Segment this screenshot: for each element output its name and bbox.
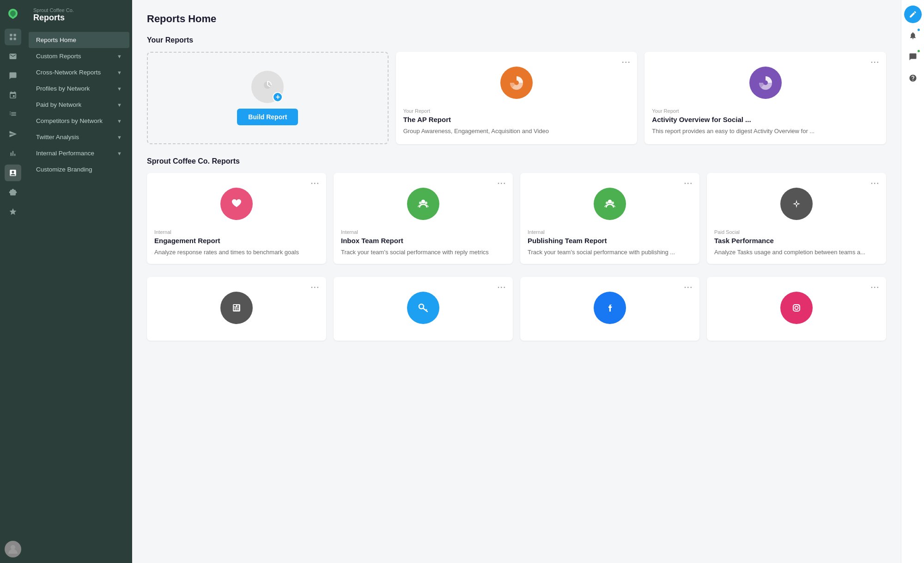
inbox-team-desc: Track your team's social performance wit… xyxy=(341,248,505,257)
publishing-team-desc: Track your team's social performance wit… xyxy=(528,248,692,257)
publishing-team-icon-circle xyxy=(594,188,626,220)
your-report-card-1[interactable]: ··· Your Report The AP Report Group Awar… xyxy=(396,52,638,144)
user-avatar[interactable] xyxy=(5,541,21,557)
card-more-menu-8[interactable]: ··· xyxy=(498,283,506,292)
sidebar-item-paid-by-network[interactable]: Paid by Network ▼ xyxy=(29,97,129,113)
page-title: Reports Home xyxy=(147,13,886,25)
sidebar-item-competitors-by-network[interactable]: Competitors by Network ▼ xyxy=(29,113,129,129)
report-desc-1: Group Awareness, Engagement, Acquisition… xyxy=(403,127,630,135)
svg-point-17 xyxy=(606,202,608,204)
publishing-team-name: Publishing Team Report xyxy=(528,237,692,245)
engagement-report-card[interactable]: ··· Internal Engagement Report Analyze r… xyxy=(147,173,326,264)
report-label-2: Your Report xyxy=(652,108,879,114)
publishing-team-report-card[interactable]: ··· Internal Publishing Team Report Trac… xyxy=(520,173,699,264)
inbox-team-report-card[interactable]: ··· Internal Inbox Team Report Track you… xyxy=(334,173,513,264)
card-more-menu-6[interactable]: ··· xyxy=(871,179,880,188)
nav-analytics-icon[interactable] xyxy=(5,145,21,162)
nav-compose-icon[interactable] xyxy=(5,29,21,45)
nav-star-icon[interactable] xyxy=(5,203,21,220)
svg-rect-1 xyxy=(14,34,16,36)
report-icon-circle-2 xyxy=(749,67,782,99)
svg-rect-29 xyxy=(237,309,239,311)
card-more-menu-2[interactable]: ··· xyxy=(871,58,880,67)
sprout-logo-icon[interactable] xyxy=(5,6,21,22)
feedback-badge xyxy=(917,49,921,53)
report-name-2: Activity Overview for Social ... xyxy=(652,116,879,123)
company-report-card-5[interactable]: ··· xyxy=(147,277,326,341)
publishing-team-label: Internal xyxy=(528,229,692,235)
report-desc-2: This report provides an easy to digest A… xyxy=(652,127,879,135)
card-more-menu-4[interactable]: ··· xyxy=(498,179,506,188)
compose-button[interactable] xyxy=(904,6,922,23)
inbox-team-name: Inbox Team Report xyxy=(341,237,505,245)
sidebar-item-internal-performance[interactable]: Internal Performance ▼ xyxy=(29,145,129,161)
company-report-card-7[interactable]: ··· xyxy=(520,277,699,341)
inbox-team-label: Internal xyxy=(341,229,505,235)
svg-point-34 xyxy=(788,300,805,316)
card-more-menu-3[interactable]: ··· xyxy=(311,179,320,188)
feedback-button[interactable] xyxy=(904,48,922,66)
sidebar-item-label: Competitors by Network xyxy=(36,117,103,124)
svg-point-20 xyxy=(796,203,797,205)
nav-reports-icon[interactable] xyxy=(5,165,21,181)
build-report-icon: + xyxy=(251,71,284,103)
company-report-card-8[interactable]: ··· xyxy=(707,277,886,341)
company-reports-section-title: Sprout Coffee Co. Reports xyxy=(147,157,886,165)
task-performance-name: Task Performance xyxy=(714,237,879,245)
nav-send-icon[interactable] xyxy=(5,126,21,142)
company-reports-grid-2: ··· ··· xyxy=(147,277,886,341)
inbox-team-icon-circle xyxy=(407,188,439,220)
card-more-menu-5[interactable]: ··· xyxy=(684,179,693,188)
sidebar-item-customize-branding[interactable]: Customize Branding xyxy=(29,161,129,177)
sidebar-item-cross-network[interactable]: Cross-Network Reports ▼ xyxy=(29,64,129,80)
build-report-card[interactable]: + Build Report xyxy=(147,52,389,144)
instagram-icon-circle xyxy=(780,292,813,324)
svg-rect-0 xyxy=(10,34,12,36)
your-report-card-2[interactable]: ··· Your Report Activity Overview for So… xyxy=(644,52,886,144)
nav-inbox-icon[interactable] xyxy=(5,48,21,65)
key-icon-circle xyxy=(407,292,439,324)
your-reports-grid: + Build Report ··· Your Report The AP Re… xyxy=(147,52,886,144)
engagement-name: Engagement Report xyxy=(154,237,319,245)
sidebar-brand: Sprout Coffee Co. Reports xyxy=(26,7,132,32)
svg-point-18 xyxy=(611,202,614,204)
engagement-label: Internal xyxy=(154,229,319,235)
nav-messages-icon[interactable] xyxy=(5,67,21,84)
nav-bot-icon[interactable] xyxy=(5,184,21,201)
card-more-menu-7[interactable]: ··· xyxy=(311,283,320,292)
sidebar-item-twitter-analysis[interactable]: Twitter Analysis ▼ xyxy=(29,129,129,145)
card-more-menu-10[interactable]: ··· xyxy=(871,283,880,292)
task-performance-card[interactable]: ··· Paid Social Task Performance Analyze… xyxy=(707,173,886,264)
nav-pin-icon[interactable] xyxy=(5,87,21,104)
task-performance-icon-circle xyxy=(780,188,813,220)
sidebar-item-profiles-by-network[interactable]: Profiles by Network ▼ xyxy=(29,80,129,97)
sidebar-item-custom-reports[interactable]: Custom Reports ▼ xyxy=(29,48,129,64)
help-button[interactable] xyxy=(904,69,922,87)
company-reports-grid-1: ··· Internal Engagement Report Analyze r… xyxy=(147,173,886,264)
sidebar-item-label: Internal Performance xyxy=(36,150,94,157)
engagement-icon-circle xyxy=(220,188,253,220)
svg-point-12 xyxy=(421,200,425,203)
svg-rect-24 xyxy=(234,307,235,309)
sidebar-item-label: Reports Home xyxy=(36,37,76,43)
report-name-1: The AP Report xyxy=(403,116,630,123)
build-report-button[interactable]: Build Report xyxy=(237,109,298,125)
nav-list-icon[interactable] xyxy=(5,106,21,123)
notification-badge xyxy=(917,28,921,32)
sidebar-item-label: Customize Branding xyxy=(36,166,92,173)
sidebar-item-reports-home[interactable]: Reports Home xyxy=(29,32,129,48)
sidebar-company: Sprout Coffee Co. xyxy=(33,7,125,13)
sidebar-item-label: Twitter Analysis xyxy=(36,134,79,141)
main-content: Reports Home Your Reports + Build Report… xyxy=(132,0,901,563)
card-more-menu-1[interactable]: ··· xyxy=(622,58,631,67)
facebook-icon-circle xyxy=(594,292,626,324)
chevron-down-icon: ▼ xyxy=(117,151,122,156)
svg-rect-26 xyxy=(237,307,239,309)
svg-point-9 xyxy=(763,80,768,85)
card-more-menu-9[interactable]: ··· xyxy=(684,283,693,292)
company-report-card-6[interactable]: ··· xyxy=(334,277,513,341)
svg-rect-27 xyxy=(234,309,235,311)
add-report-icon: + xyxy=(273,92,283,102)
svg-point-37 xyxy=(798,305,799,306)
notifications-button[interactable] xyxy=(904,27,922,44)
